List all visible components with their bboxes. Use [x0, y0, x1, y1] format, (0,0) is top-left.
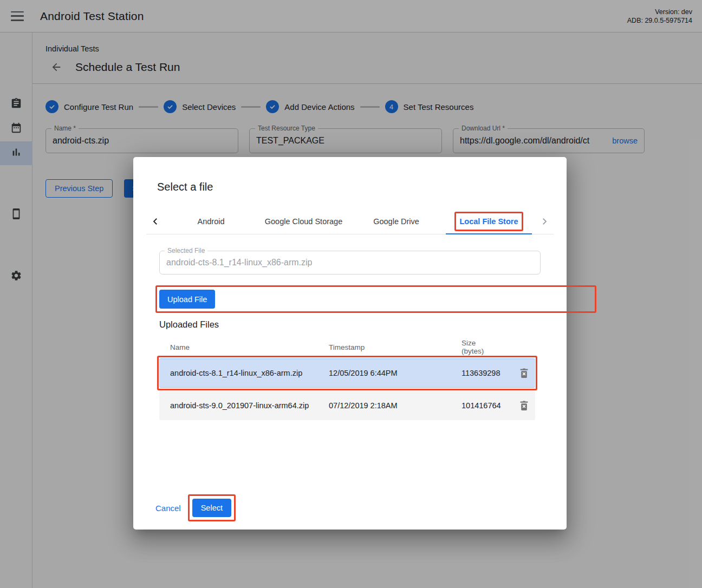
chevron-left-icon — [151, 217, 160, 226]
table-row[interactable]: android-sts-9.0_201907-linux-arm64.zip 0… — [159, 391, 535, 420]
tab-google-cloud-storage[interactable]: Google Cloud Storage — [257, 208, 350, 234]
cancel-button[interactable]: Cancel — [155, 504, 181, 513]
tab-android[interactable]: Android — [165, 208, 257, 234]
uploaded-files-title: Uploaded Files — [159, 319, 219, 330]
dialog-title: Select a file — [157, 181, 213, 193]
highlight-box: android-cts-8.1_r14-linux_x86-arm.zip 12… — [159, 358, 535, 388]
upload-file-button[interactable]: Upload File — [159, 290, 215, 309]
timestamp-cell: 07/12/2019 2:18AM — [329, 401, 461, 410]
size-cell: 101416764 — [461, 401, 516, 410]
delete-icon — [519, 368, 529, 378]
select-button[interactable]: Select — [192, 499, 231, 517]
chevron-right-icon — [540, 217, 549, 226]
table-row-selected[interactable]: android-cts-8.1_r14-linux_x86-arm.zip 12… — [159, 358, 535, 388]
tabs-scroll-left-button[interactable] — [146, 208, 165, 234]
tabs-scroll-right-button[interactable] — [535, 208, 554, 234]
highlight-box: Upload File — [159, 290, 593, 309]
timestamp-cell: 12/05/2019 6:44PM — [329, 369, 461, 377]
delete-file-button[interactable] — [516, 365, 532, 381]
active-tab-indicator — [446, 233, 532, 234]
selected-file-label: Selected File — [165, 247, 207, 254]
selected-file-field[interactable]: Selected File android-cts-8.1_r14-linux_… — [159, 251, 541, 275]
tab-label: Android — [198, 217, 225, 226]
tab-label: Google Cloud Storage — [265, 217, 343, 226]
table-header: Name Timestamp Size (bytes) — [159, 336, 535, 358]
size-cell: 113639298 — [461, 369, 516, 377]
tab-label: Local File Store — [460, 217, 518, 226]
column-header-size: Size (bytes) — [461, 339, 516, 355]
file-source-tabs: Android Google Cloud Storage Google Driv… — [146, 208, 554, 234]
column-header-name: Name — [170, 343, 329, 351]
highlight-box: Local File Store — [460, 217, 518, 226]
column-header-size-line2: (bytes) — [461, 347, 484, 355]
column-header-timestamp: Timestamp — [329, 343, 461, 351]
highlight-box: Select — [192, 499, 231, 517]
dialog-footer: Cancel Select — [155, 499, 231, 517]
file-name-cell: android-sts-9.0_201907-linux-arm64.zip — [170, 401, 329, 410]
tab-google-drive[interactable]: Google Drive — [350, 208, 443, 234]
selected-file-value: android-cts-8.1_r14-linux_x86-arm.zip — [166, 258, 312, 267]
delete-file-button[interactable] — [516, 397, 532, 414]
select-file-dialog: Select a file Android Google Cloud Stora… — [133, 157, 567, 530]
tab-label: Google Drive — [373, 217, 419, 226]
delete-icon — [519, 401, 529, 411]
uploaded-files-table: Name Timestamp Size (bytes) android-cts-… — [159, 336, 535, 420]
file-name-cell: android-cts-8.1_r14-linux_x86-arm.zip — [170, 369, 329, 377]
column-header-size-line1: Size — [461, 339, 476, 347]
tab-local-file-store[interactable]: Local File Store — [443, 208, 535, 234]
